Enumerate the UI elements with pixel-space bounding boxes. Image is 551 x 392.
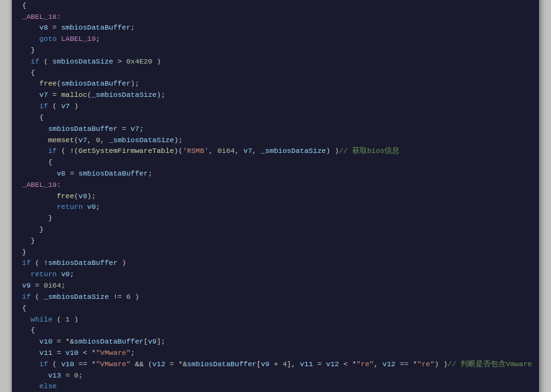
code-content: GetSystemFirmwareTable = GetProcAddress(… — [22, 0, 529, 392]
code-window: GetSystemFirmwareTable = GetProcAddress(… — [11, 0, 540, 392]
